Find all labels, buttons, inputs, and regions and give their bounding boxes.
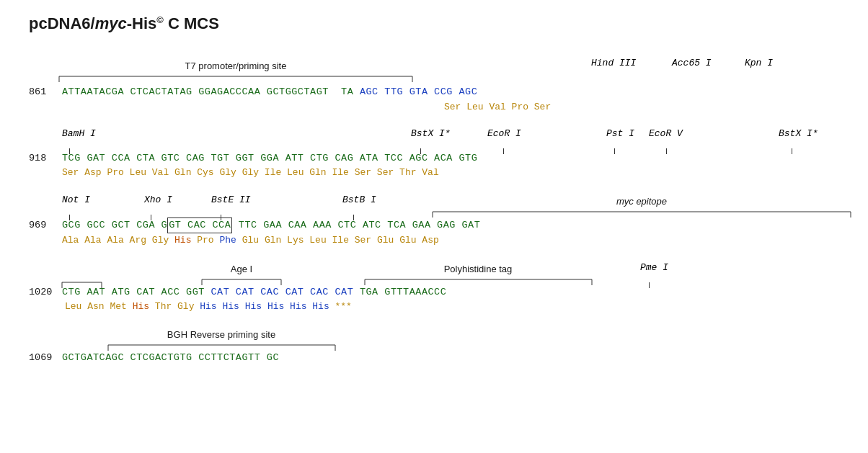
bgh-bracket-svg: BGH Reverse priming site [108,323,353,352]
bstxi-label2: BstX I* [779,128,818,139]
kpni-seq: AGC [459,85,478,99]
ecori-label: EcoR I [487,128,521,139]
aa-1020-his1: His [133,300,155,314]
linenum-861: 861 [29,85,59,99]
bamhi-label: BamH I [62,128,96,139]
xhoi-tick [151,215,151,220]
acc65-seq: GTA CCG [409,85,459,99]
aa-row-1020: Leu Asn Met His Thr Gly His His His His … [65,300,839,314]
t7-bracket-svg: T7 promoter/priming site [59,55,434,84]
linenum-1020: 1020 [29,285,59,300]
psti-label: Pst I [606,128,634,139]
noti-label: Not I [62,194,90,205]
aa-row-969: Ala Ala Ala Arg Gly His Pro Phe Glu Gln … [62,233,839,248]
aa-969-phe: Phe [219,233,242,248]
dna-1020b: TGA GTTTAAACCC [360,285,446,300]
bsteii-label: BstE II [211,194,251,205]
bsteii-tick [221,215,221,220]
page-title: pcDNA6/myc-His© C MCS [29,14,839,33]
psti-tick [614,148,615,154]
noti-tick [69,215,70,220]
dna-row-918: 918 TCG GAT CCA CTA GTC CAG TGT GGT GGA … [29,151,839,166]
page-container: pcDNA6/myc-His© C MCS T7 promoter/primin… [29,14,839,366]
bgh-label: BGH Reverse priming site [167,329,275,340]
xhoi-label: Xho I [144,194,172,205]
myc-label: myc epitope [616,196,667,207]
section-918: BamH I BstX I* EcoR I Pst I EcoR V BstX … [29,124,839,180]
aa-969-gly: Gly [152,233,174,248]
dna-row-861: 861 ATTAATACGA CTCACTATAG GGAGACCCAA GCT… [29,85,839,99]
section-1069: BGH Reverse priming site 1069 GCTGATCAGC… [29,323,839,365]
aa-seq-969a: Ala Ala Ala Arg [62,233,152,248]
section-1020: Age I Polyhistidine tag Pme I 1020 CTG A… [29,258,839,314]
acc65-label: Acc65 I [672,58,712,68]
t7-label: T7 promoter/priming site [185,60,287,71]
aa-seq-861: Ser Leu Val Pro Ser [444,100,551,115]
bstbi-tick [353,215,354,220]
dna-seq-861: ATTAATACGA CTCACTATAG GGAGACCCAA GCTGGCT… [62,85,360,99]
sequence-diagram: T7 promoter/priming site Hind III Acc65 … [29,55,839,365]
aa-seq-918: Ser Asp Pro Leu Val Gln Cys Gly Gly Ile … [62,166,439,180]
section-969: Not I Xho I BstE II BstB I myc epitope 9… [29,190,839,248]
aa-1020b: Thr Gly [155,300,200,314]
bamhi-tick [69,148,70,154]
pmei-label: Pme I [640,262,668,273]
aa-1020-stop: *** [335,300,352,314]
kpni-label: Kpn I [745,58,773,68]
myc-bracket-svg: myc epitope [433,190,865,219]
ecori-tick [503,148,504,154]
polyhis-label: Polyhistidine tag [444,264,513,274]
dna-seq-918: TCG GAT CCA CTA GTC CAG TGT GGT GGA ATT … [62,151,477,166]
ctg-bracket-svg [62,282,105,295]
polyhis-bracket-svg: Polyhistidine tag [365,258,603,287]
section-861: T7 promoter/priming site Hind III Acc65 … [29,55,839,114]
bstxi1-tick [420,148,421,154]
ecorv-tick [666,148,667,154]
aa-969-his: His [174,233,197,248]
aa-969-pro: Pro [197,233,219,248]
dna-row-1020: 1020 CTG AAT ATG CAT ACC GGT CAT CAT CAC… [29,285,839,300]
dna-seq-969b: TTC GAA CAA AAA CTC ATC TCA GAA GAG GAT [232,218,480,233]
aa-seq-969b: Glu Gln Lys Leu Ile Ser Glu Glu Asp [242,233,439,248]
ecorvl-label: EcoR V [649,128,683,139]
dna-row-1069: 1069 GCTGATCAGC CTCGACTGTG CCTTCTAGTT GC [29,351,839,365]
bstxi-label1: BstX I* [411,128,451,139]
dna-seq-1069: GCTGATCAGC CTCGACTGTG CCTTCTAGTT GC [62,351,279,365]
pmei-tick [649,282,650,288]
aa-1020-his2: His His His His His His [200,300,335,314]
aa-row-861: Ser Leu Val Pro Ser [62,100,839,115]
bstxi2-tick [792,148,792,154]
aa-1020a: Leu Asn Met [65,300,133,314]
bstbi-label: BstB I [342,194,376,205]
dna-seq-969a: GCG GCC GCT CGA G [62,218,167,233]
agei-label: Age I [231,264,252,274]
hindiii-label: Hind III [591,58,636,68]
dna-box: GT CAC CCA [167,217,232,233]
dna-1020-his: CAT CAT CAC CAT CAC CAT [211,285,359,300]
linenum-1069: 1069 [29,351,59,365]
aa-row-918: Ser Asp Pro Leu Val Gln Cys Gly Gly Ile … [62,166,839,180]
linenum-918: 918 [29,151,59,166]
linenum-969: 969 [29,218,59,233]
agei-bracket-svg: Age I [202,258,296,287]
hindiii-seq: AGC TTG [360,85,409,99]
